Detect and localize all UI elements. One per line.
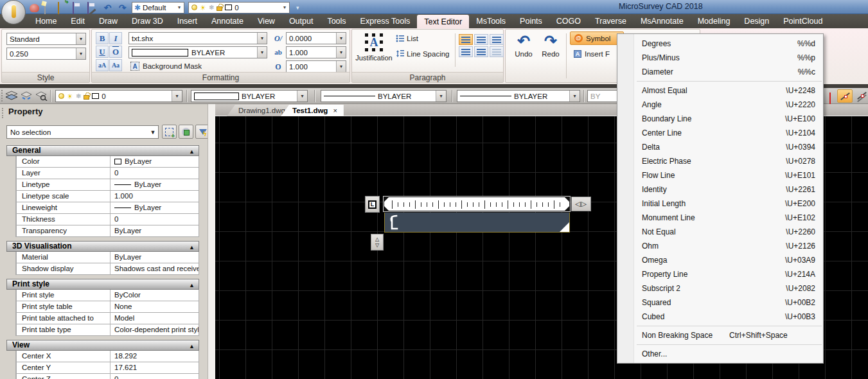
align-right-button[interactable] [490, 34, 504, 45]
italic-button[interactable]: I [109, 32, 122, 44]
panel-grip[interactable] [2, 108, 3, 118]
line-spacing-button[interactable]: Line Spacing [396, 49, 450, 58]
quick-select-button[interactable] [179, 125, 193, 139]
menu-item-flow-line[interactable]: Flow Line\U+E101 [617, 168, 823, 182]
layer-unlock-icon[interactable] [217, 6, 222, 11]
right-indent-marker[interactable] [565, 197, 569, 202]
background-mask-button[interactable]: A Background Mask [130, 62, 202, 71]
layer-thaw-icon[interactable]: ☀ [67, 93, 73, 100]
tab-tools[interactable]: Tools [320, 14, 353, 28]
menu-item-identity[interactable]: Identity\U+2261 [617, 182, 823, 197]
property-row[interactable]: TransparencyByLayer [16, 225, 199, 237]
layer-state-combo[interactable]: ☀ ❄ 0 ▾ [188, 2, 290, 13]
toolbar-grip[interactable] [1, 90, 3, 101]
mtext-edit-box[interactable] [384, 213, 570, 233]
layer-unlock-icon[interactable] [84, 95, 89, 100]
insert-field-button[interactable]: A Insert F [570, 47, 614, 60]
menu-item-plus-minus[interactable]: Plus/Minus%%p [617, 51, 823, 65]
first-line-indent-marker[interactable] [384, 197, 389, 202]
menu-item-center-line[interactable]: Center Line\U+2104 [617, 126, 823, 140]
property-row[interactable]: Thickness0 [16, 214, 199, 225]
open-file-icon[interactable] [58, 2, 59, 14]
layer-on-icon[interactable] [58, 93, 64, 99]
property-row[interactable]: Shadow displayShadows cast and received [16, 263, 199, 275]
text-color-combo[interactable]: BYLAYER ▾ [128, 46, 267, 58]
undo-button[interactable]: ↶ Undo [511, 32, 536, 69]
oblique-angle-combo[interactable]: 0.0000 ▾ [286, 32, 346, 44]
collapse-icon[interactable]: ▲ [189, 243, 195, 252]
align-center-button[interactable] [474, 34, 488, 45]
paragraph-indent-marker[interactable] [384, 206, 389, 211]
justification-button[interactable]: A Justification [355, 31, 393, 71]
menu-item-boundary-line[interactable]: Boundary Line\U+E100 [617, 112, 823, 126]
menu-item-delta[interactable]: Delta\U+0394 [617, 140, 823, 154]
tab-design[interactable]: Design [737, 14, 776, 28]
menu-item-diameter[interactable]: Diameter%%c [617, 65, 823, 79]
property-row[interactable]: Center Z0 [16, 374, 199, 379]
workspace-combo[interactable]: ✱ Default ▾ [132, 2, 184, 13]
property-row[interactable]: LinetypeByLayer [16, 179, 199, 191]
menu-item-non-breaking-space[interactable]: Non Breaking SpaceCtrl+Shift+Space [617, 328, 823, 342]
menu-item-squared[interactable]: Squared\U+00B2 [617, 295, 823, 310]
linetype-combo[interactable]: BYLAYER ▾ [321, 90, 447, 102]
redo-icon[interactable]: ↷ [117, 3, 128, 13]
menu-item-initial-length[interactable]: Initial Length\U+E200 [617, 197, 823, 211]
menu-item-almost-equal[interactable]: Almost Equal\U+2248 [617, 84, 823, 98]
property-row[interactable]: LineweightByLayer [16, 202, 199, 214]
menu-item-angle[interactable]: Angle\U+2220 [617, 98, 823, 112]
align-justify-button[interactable] [459, 46, 473, 57]
tab-view[interactable]: View [251, 14, 282, 28]
save-icon[interactable] [73, 2, 74, 14]
layer-thaw-icon[interactable]: ☀ [200, 4, 206, 11]
width-factor-combo[interactable]: 1.000 ▾ [286, 60, 346, 73]
microsurvey-app-icon[interactable] [30, 4, 39, 12]
menu-item-degrees[interactable]: Degrees%%d [617, 37, 823, 51]
layers-icon[interactable] [5, 91, 18, 101]
menu-item-other[interactable]: Other... [617, 347, 823, 361]
symbol-button[interactable]: @ Symbol [570, 31, 624, 45]
lineweight-combo[interactable]: BYLAYER ▾ [457, 90, 580, 102]
collapse-icon[interactable]: ▲ [189, 342, 195, 351]
menu-item-not-equal[interactable]: Not Equal\U+2260 [617, 225, 823, 239]
entity-snap-icon[interactable] [837, 89, 853, 103]
tab-pointcloud[interactable]: PointCloud [776, 14, 829, 28]
tab-modeling[interactable]: Modeling [691, 14, 738, 28]
align-default-button[interactable] [490, 46, 504, 57]
menu-item-monument-line[interactable]: Monument Line\U+E102 [617, 211, 823, 225]
width-adjust-button[interactable]: ◁▷ [571, 197, 591, 211]
property-row[interactable]: ColorByLayer [16, 156, 199, 168]
tab-traverse[interactable]: Traverse [588, 14, 633, 28]
tab-text-editor[interactable]: Text Editor [417, 15, 469, 28]
underline-button[interactable]: U [96, 46, 109, 58]
save-as-icon[interactable] [87, 2, 89, 14]
layer-on-icon[interactable] [191, 4, 197, 10]
tab-output[interactable]: Output [282, 14, 321, 28]
select-objects-button[interactable] [162, 125, 177, 139]
menu-item-omega[interactable]: Omega\U+03A9 [617, 253, 823, 267]
panel-splitter[interactable] [208, 104, 215, 379]
property-row[interactable]: MaterialByLayer [16, 252, 199, 263]
tab-points[interactable]: Points [513, 14, 549, 28]
selection-combo[interactable]: No selection ▼ [6, 125, 159, 139]
bold-button[interactable]: B [96, 32, 109, 44]
toolbar-overflow-icon[interactable]: ▾ [296, 4, 299, 11]
menu-item-property-line[interactable]: Property Line\U+214A [617, 267, 823, 281]
property-row[interactable]: Center Y17.621 [16, 362, 199, 374]
tab-annotate[interactable]: Annotate [204, 14, 251, 28]
tab-mstools[interactable]: MsTools [469, 14, 513, 28]
lowercase-button[interactable]: Aa [109, 59, 122, 71]
mtext-ruler[interactable] [384, 197, 570, 211]
right-indent-marker[interactable] [565, 206, 569, 211]
property-row[interactable]: Print style tableNone [16, 301, 199, 313]
tab-edit[interactable]: Edit [64, 14, 92, 28]
color-combo[interactable]: BYLAYER ▾ [191, 90, 308, 102]
tab-draw3d[interactable]: Draw 3D [125, 14, 170, 28]
new-file-icon[interactable] [44, 2, 46, 14]
resize-corner-handle[interactable] [560, 222, 569, 232]
property-row[interactable]: Print table attached toModel [16, 313, 199, 324]
tracking-combo[interactable]: 1.000 ▾ [286, 46, 346, 58]
list-button[interactable]: List [396, 35, 418, 42]
undo-icon[interactable]: ↶ [102, 3, 113, 13]
property-row[interactable]: Print styleByColor [16, 290, 199, 301]
tab-home[interactable]: Home [28, 14, 64, 28]
